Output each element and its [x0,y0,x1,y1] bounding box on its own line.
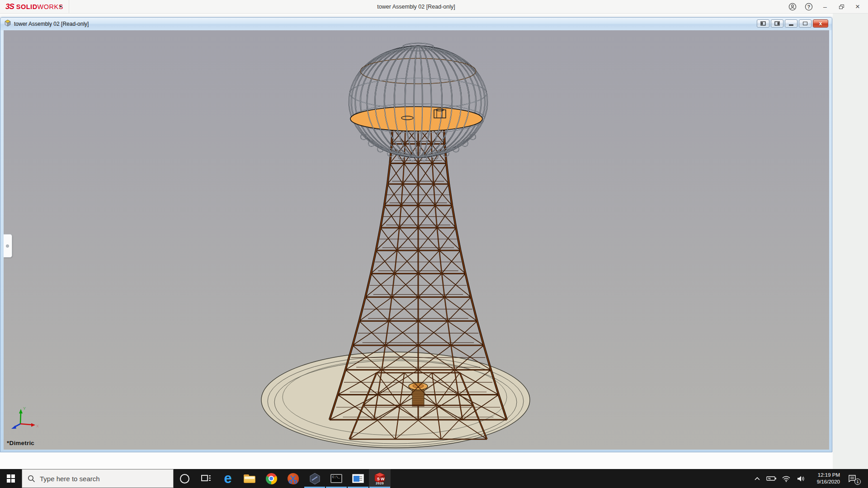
divider [69,0,69,13]
scissors-icon [288,473,299,484]
3d-viewport[interactable]: YX *Dimetric [4,30,829,450]
doc-minimize-button[interactable] [785,19,797,28]
command-prompt-icon: C:\_ [330,474,342,483]
minimize-icon[interactable]: – [818,1,832,13]
taskbar-item-task-view[interactable] [195,469,217,488]
svg-text:X: X [36,424,39,428]
doc-restore-button[interactable] [799,19,811,28]
help-icon[interactable]: ? [802,1,816,13]
taskbar-item-edrawings[interactable] [304,469,326,488]
start-button[interactable] [0,469,22,488]
logo-expand-icon[interactable]: ▸ [60,3,62,9]
view-orientation-label: *Dimetric [7,440,34,446]
assembly-icon [4,19,11,28]
svg-text:Y: Y [23,406,26,411]
taskbar-clock[interactable]: 12:19 PM 9/16/2020 [808,472,842,485]
battery-icon[interactable] [765,469,778,488]
svg-text:W: W [381,477,385,481]
edge-icon: e [224,472,231,485]
tower-assembly-model: YX [4,30,829,450]
solidworks-3s-icon: 3S [5,2,14,11]
user-account-icon[interactable] [786,1,799,13]
chrome-icon [266,473,277,484]
taskbar-item-solidworks[interactable]: SW 2020 [369,469,391,488]
desktop: 3S SOLID WORKS ▸ tower Assembly 02 [Read… [0,0,868,488]
document-title: tower Assembly 02 [Read-only] [14,21,89,27]
wifi-icon[interactable] [779,469,793,488]
windows-logo-icon [7,474,15,483]
file-explorer-icon [244,474,255,483]
pane-left-button[interactable] [757,19,769,28]
app-background [0,452,833,469]
svg-text:?: ? [807,4,810,9]
notification-badge: 1 [854,479,861,485]
document-window: tower Assembly 02 [Read-only] x YX *Dime… [0,17,832,452]
app-background [833,14,868,469]
windows-taskbar: e C:\_ SW 2020 [0,469,868,488]
taskbar-item-snip[interactable] [282,469,304,488]
splitter-handle[interactable] [4,234,12,258]
app-title: tower Assembly 02 [Read-only] [0,0,832,14]
task-view-icon [201,474,212,483]
taskbar-item-edge[interactable]: e [217,469,239,488]
edrawings-hexagon-icon [309,473,321,485]
document-titlebar[interactable]: tower Assembly 02 [Read-only] x [0,18,832,30]
cortana-icon [180,474,189,483]
taskbar-item-chrome[interactable] [260,469,282,488]
tray-date: 9/16/2020 [808,479,840,485]
doc-close-button[interactable]: x [813,19,828,28]
taskbar-item-file-explorer[interactable] [239,469,260,488]
search-input[interactable] [40,475,162,483]
app-titlebar: 3S SOLID WORKS ▸ tower Assembly 02 [Read… [0,0,868,14]
taskbar-item-cortana[interactable] [174,469,195,488]
taskbar-search[interactable] [22,469,174,488]
close-icon[interactable]: × [851,1,864,13]
volume-icon[interactable] [794,469,807,488]
app-logo[interactable]: 3S SOLID WORKS [5,2,63,12]
solidworks-icon: SW 2020 [373,472,387,485]
taskbar-item-media-viewer[interactable] [347,469,369,488]
media-viewer-icon [352,474,364,483]
tray-time: 12:19 PM [808,472,840,479]
svg-text:S: S [377,477,380,481]
pane-right-button[interactable] [771,19,783,28]
splitter-dot-icon [6,244,9,248]
tray-chevron-up-icon[interactable] [750,469,764,488]
restore-icon[interactable] [835,1,848,13]
action-center-icon[interactable]: 1 [843,469,863,488]
search-icon [28,475,35,483]
taskbar-item-command-prompt[interactable]: C:\_ [326,469,347,488]
